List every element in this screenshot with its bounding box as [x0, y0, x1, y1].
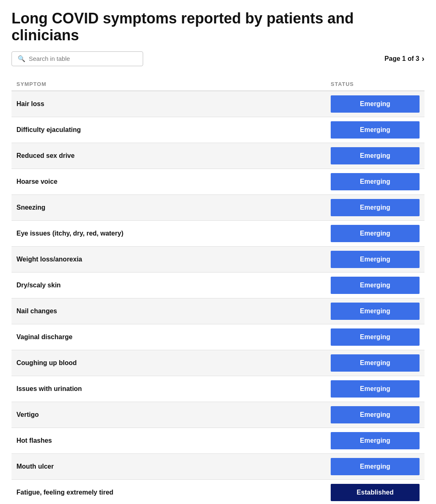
- table-row: Fatigue, feeling extremely tiredEstablis…: [12, 479, 424, 504]
- status-badge: Established: [331, 484, 420, 501]
- status-cell: Emerging: [326, 272, 424, 298]
- pagination-next-chevron[interactable]: ›: [422, 54, 424, 63]
- status-cell: Emerging: [326, 194, 424, 220]
- page-title: Long COVID symptoms reported by patients…: [12, 10, 424, 44]
- status-badge: Emerging: [331, 199, 420, 216]
- pagination-label: Page 1 of 3: [385, 55, 419, 62]
- status-badge: Emerging: [331, 173, 420, 190]
- table-row: VertigoEmerging: [12, 402, 424, 428]
- status-cell: Emerging: [326, 324, 424, 350]
- table-row: Hair lossEmerging: [12, 91, 424, 117]
- table-row: Nail changesEmerging: [12, 298, 424, 324]
- status-badge: Emerging: [331, 380, 420, 398]
- status-badge: Emerging: [331, 328, 420, 346]
- status-cell: Emerging: [326, 402, 424, 428]
- status-cell: Emerging: [326, 117, 424, 143]
- table-row: Weight loss/anorexiaEmerging: [12, 246, 424, 272]
- status-cell: Emerging: [326, 453, 424, 479]
- status-badge: Emerging: [331, 251, 420, 268]
- table-header-row: SYMPTOM STATUS: [12, 78, 424, 91]
- symptom-col-header: SYMPTOM: [12, 78, 326, 91]
- status-badge: Emerging: [331, 354, 420, 372]
- symptom-cell: Hair loss: [12, 91, 326, 117]
- status-badge: Emerging: [331, 121, 420, 139]
- table-row: Dry/scaly skinEmerging: [12, 272, 424, 298]
- status-cell: Emerging: [326, 220, 424, 246]
- status-cell: Emerging: [326, 350, 424, 376]
- symptom-cell: Dry/scaly skin: [12, 272, 326, 298]
- status-cell: Emerging: [326, 298, 424, 324]
- status-badge: Emerging: [331, 95, 420, 113]
- symptom-cell: Vaginal discharge: [12, 324, 326, 350]
- top-bar: 🔍 Page 1 of 3 ›: [12, 51, 424, 66]
- status-badge: Emerging: [331, 277, 420, 294]
- table-row: Vaginal dischargeEmerging: [12, 324, 424, 350]
- search-input[interactable]: [29, 55, 137, 62]
- status-cell: Emerging: [326, 428, 424, 453]
- status-badge: Emerging: [331, 225, 420, 242]
- status-badge: Emerging: [331, 147, 420, 164]
- symptom-cell: Hot flashes: [12, 428, 326, 453]
- symptom-cell: Weight loss/anorexia: [12, 246, 326, 272]
- status-badge: Emerging: [331, 303, 420, 320]
- status-cell: Emerging: [326, 143, 424, 169]
- table-row: SneezingEmerging: [12, 194, 424, 220]
- status-badge: Emerging: [331, 406, 420, 423]
- search-icon: 🔍: [18, 55, 26, 62]
- symptom-cell: Vertigo: [12, 402, 326, 428]
- pagination: Page 1 of 3 ›: [385, 54, 424, 63]
- symptom-cell: Coughing up blood: [12, 350, 326, 376]
- status-cell: Established: [326, 479, 424, 504]
- table-row: Hot flashesEmerging: [12, 428, 424, 453]
- table-row: Coughing up bloodEmerging: [12, 350, 424, 376]
- symptom-cell: Sneezing: [12, 194, 326, 220]
- symptom-cell: Eye issues (itchy, dry, red, watery): [12, 220, 326, 246]
- symptom-cell: Issues with urination: [12, 376, 326, 402]
- table-row: Reduced sex driveEmerging: [12, 143, 424, 169]
- table-row: Hoarse voiceEmerging: [12, 169, 424, 194]
- status-cell: Emerging: [326, 376, 424, 402]
- status-badge: Emerging: [331, 432, 420, 449]
- symptom-cell: Hoarse voice: [12, 169, 326, 194]
- symptom-cell: Mouth ulcer: [12, 453, 326, 479]
- symptom-cell: Fatigue, feeling extremely tired: [12, 479, 326, 504]
- status-cell: Emerging: [326, 246, 424, 272]
- table-row: Mouth ulcerEmerging: [12, 453, 424, 479]
- table-row: Difficulty ejaculatingEmerging: [12, 117, 424, 143]
- symptom-cell: Difficulty ejaculating: [12, 117, 326, 143]
- status-cell: Emerging: [326, 91, 424, 117]
- table-row: Eye issues (itchy, dry, red, watery)Emer…: [12, 220, 424, 246]
- search-box[interactable]: 🔍: [12, 51, 143, 66]
- status-col-header: STATUS: [326, 78, 424, 91]
- symptom-cell: Nail changes: [12, 298, 326, 324]
- status-badge: Emerging: [331, 458, 420, 475]
- symptoms-table: SYMPTOM STATUS Hair lossEmergingDifficul…: [12, 78, 424, 504]
- symptom-cell: Reduced sex drive: [12, 143, 326, 169]
- status-cell: Emerging: [326, 169, 424, 194]
- table-row: Issues with urinationEmerging: [12, 376, 424, 402]
